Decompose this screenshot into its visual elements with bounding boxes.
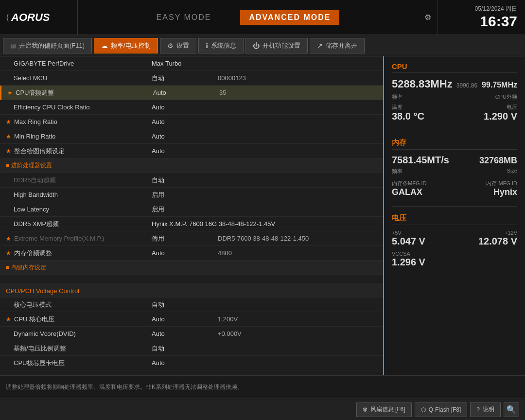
tab-favorite[interactable]: ⊞ 开启我的偏好页面(F11)	[3, 38, 92, 53]
qflash-button[interactable]: ⬡ Q-Flash [F8]	[415, 402, 468, 417]
top-settings-icon[interactable]: ⚙	[418, 0, 438, 35]
setting-row[interactable]: ★Extreme Memory Profile(X.M.P.) 傳用DDR5-7…	[0, 231, 383, 246]
setting-row[interactable]: Select MCU 自动00000123	[0, 71, 383, 86]
setting-name-text: CPU倍频调整	[16, 89, 54, 96]
logo-text: AORUS	[11, 11, 50, 24]
setting-row[interactable]: ★CPU倍频调整 Auto35	[0, 86, 383, 100]
setting-row[interactable]: ★内存倍频调整 Auto4800	[0, 246, 383, 261]
setting-name-cell: GIGABYTE PerfDrive	[6, 60, 152, 67]
setting-value1: Auto	[152, 133, 210, 140]
mem-mfg2-value: Hynix	[486, 187, 517, 197]
vccsa-label: VCCSA	[392, 251, 517, 257]
freq-icon: ☁	[101, 42, 108, 50]
datetime-area: 05/12/2024 周日 16:37	[438, 0, 525, 35]
setting-value-cell: Auto	[152, 133, 377, 140]
voltage-info-section: 电压 +5V 5.047 V +12V 12.078 V VCCSA 1.296…	[392, 213, 517, 268]
setting-row[interactable]: Dynamic Vcore(DVID) Auto+0.000V	[0, 327, 383, 341]
setting-row[interactable]: ★CPU 核心电压 Auto1.200V	[0, 312, 383, 327]
power-icon: ⏻	[253, 42, 260, 50]
setting-value1: Auto	[152, 249, 210, 257]
setting-name-text: CPU 核心电压	[14, 315, 54, 323]
setting-name-text: DDR5自动超频	[14, 176, 56, 184]
setting-name-text: CPU核芯显卡电压	[14, 359, 65, 367]
setting-value-cell: 傳用DDR5-7600 38-48-48-122-1.450	[152, 234, 377, 243]
setting-row[interactable]: ★Max Ring Ratio Auto	[0, 115, 383, 129]
header: ⟨ AORUS EASY MODE ADVANCED MODE ⚙ 05/12/…	[0, 0, 525, 35]
tab-power[interactable]: ⏻ 开机功能设置	[245, 38, 308, 53]
easy-mode-label[interactable]: EASY MODE	[157, 13, 211, 22]
fan-info-button[interactable]: ✾ 风扇信息 [F6]	[356, 402, 412, 417]
cpu-info-section: CPU 5288.83MHz 3990.86 99.75MHz 频率 CPU外频…	[392, 62, 517, 122]
setting-name-cell: Efficiency CPU Clock Ratio	[6, 104, 152, 111]
help-button[interactable]: ? 说明	[470, 402, 501, 417]
vccsa-value: 1.296 V	[392, 257, 517, 268]
setting-row[interactable]: ■ 进阶处理器设置	[0, 158, 383, 173]
tab-freq[interactable]: ☁ 频率/电压控制	[94, 38, 158, 53]
setting-name-cell: ★Max Ring Ratio	[6, 118, 152, 125]
nav-tabs: ⊞ 开启我的偏好页面(F11) ☁ 频率/电压控制 ⚙ 设置 ℹ 系统信息 ⏻ …	[0, 35, 525, 56]
date-display: 05/12/2024 周日	[475, 5, 517, 13]
setting-name-text: Efficiency CPU Clock Ratio	[14, 104, 90, 111]
search-icon: 🔍	[507, 405, 516, 414]
setting-name-cell: 核心电压模式	[6, 300, 152, 309]
setting-name-cell: ★Min Ring Ratio	[6, 133, 152, 140]
setting-value2: 4800	[218, 249, 232, 257]
tab-settings[interactable]: ⚙ 设置	[160, 38, 196, 53]
setting-row[interactable]: DDR5 XMP超频 Hynix X.M.P. 7600 16G 38-48-4…	[0, 217, 383, 231]
setting-row[interactable]: CPU核芯显卡电压 Auto	[0, 356, 383, 370]
setting-value-cell: Max Turbo	[152, 60, 377, 67]
setting-value1: 启用	[152, 191, 210, 199]
setting-row[interactable]: GIGABYTE PerfDrive Max Turbo	[0, 56, 383, 71]
setting-row[interactable]: Low Latency 启用	[0, 202, 383, 217]
setting-value-cell: Auto35	[153, 89, 377, 96]
star-icon: ★	[6, 250, 11, 257]
tab-sysinfo[interactable]: ℹ 系统信息	[198, 38, 244, 53]
setting-row[interactable]: Efficiency CPU Clock Ratio Auto	[0, 100, 383, 115]
setting-row[interactable]: CPU/PCH Voltage Control	[0, 283, 383, 298]
setting-value1: 自动	[152, 300, 210, 309]
section-label: ■ 进阶处理器设置	[6, 161, 52, 170]
search-button[interactable]: 🔍	[504, 402, 519, 417]
setting-row[interactable]: ★Min Ring Ratio Auto	[0, 129, 383, 144]
setting-name-cell: ★CPU 核心电压	[6, 315, 152, 324]
setting-value1: 傳用	[152, 234, 210, 243]
setting-value-cell: 自动	[152, 176, 377, 185]
setting-name-cell: ★Extreme Memory Profile(X.M.P.)	[6, 235, 152, 242]
setting-name-cell: ★内存倍频调整	[6, 249, 152, 258]
setting-name-text: 整合绘图倍频设定	[14, 147, 65, 155]
setting-value-cell: Auto+0.000V	[152, 330, 377, 337]
mode-area: EASY MODE ADVANCED MODE	[78, 0, 418, 35]
setting-value1: 自动	[152, 74, 210, 83]
section-label: ■ 高级内存设定	[6, 263, 46, 272]
mem-freq-value: 7581.45MT/s	[392, 155, 449, 166]
setting-value1: Max Turbo	[152, 60, 210, 67]
setting-row[interactable]: ★整合绘图倍频设定 Auto	[0, 144, 383, 158]
setting-name-text: 核心电压模式	[14, 301, 52, 308]
setting-row[interactable]: ■ 高级内存设定	[0, 261, 383, 275]
setting-name-text: 基频/电压比例调整	[14, 345, 66, 352]
cpu-ext-freq-label: CPU外频	[495, 93, 517, 101]
info-panel: CPU 5288.83MHz 3990.86 99.75MHz 频率 CPU外频…	[384, 56, 525, 375]
cpu-freq-sub: 3990.86	[456, 82, 477, 89]
setting-value1: 启用	[152, 205, 210, 214]
tab-freq-label: 频率/电压控制	[111, 41, 151, 50]
setting-row[interactable]: High Bandwidth 启用	[0, 188, 383, 202]
v5-label: +5V	[392, 230, 425, 236]
setting-row[interactable]: DDR5自动超频 自动	[0, 173, 383, 188]
setting-row[interactable]: 基频/电压比例调整 自动	[0, 341, 383, 356]
setting-row[interactable]: 核心电压模式 自动	[0, 298, 383, 312]
setting-value2: +0.000V	[218, 330, 242, 337]
setting-value1: Auto	[152, 147, 210, 155]
setting-name-cell: Dynamic Vcore(DVID)	[6, 330, 152, 337]
tab-save[interactable]: ↗ 储存并离开	[310, 38, 365, 53]
setting-value-cell: 启用	[152, 205, 377, 214]
tab-favorite-label: 开启我的偏好页面(F11)	[19, 41, 85, 50]
star-icon: ★	[6, 119, 11, 125]
setting-name-text: High Bandwidth	[14, 191, 58, 198]
settings-icon: ⚙	[167, 42, 174, 50]
voltage-section-title: 电压	[392, 213, 517, 225]
mem-mfg2-label: 内存 MFG ID	[486, 180, 517, 187]
advanced-mode-label[interactable]: ADVANCED MODE	[240, 10, 339, 25]
setting-value1: Auto	[152, 104, 210, 111]
setting-name-text: 内存倍频调整	[14, 249, 52, 257]
